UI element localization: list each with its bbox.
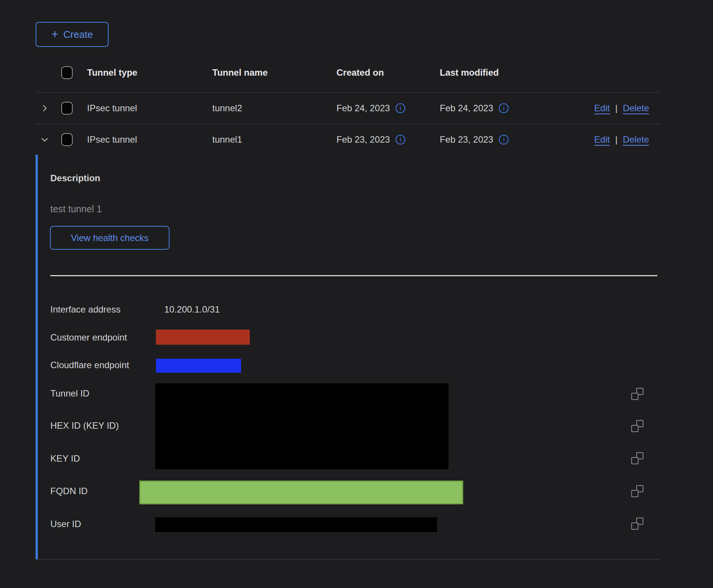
tunnels-page: + Create Tunnel type Tunnel name Created… [0,0,713,588]
cell-tunnel-type: IPsec tunnel [87,134,212,145]
row-checkbox-cell [54,133,87,146]
fqdn-id-redaction [139,481,463,504]
info-icon[interactable]: i [499,103,509,113]
cell-created-on: Feb 24, 2023 i [336,103,440,114]
row-checkbox[interactable] [61,133,73,146]
plus-icon: + [51,28,59,40]
expand-cell [36,104,54,113]
last-modified-date: Feb 24, 2023 [440,103,493,114]
col-header-last-modified: Last modified [440,67,584,78]
cloudflare-endpoint-redaction [156,359,241,373]
cell-tunnel-type: IPsec tunnel [87,103,212,114]
header-checkbox-cell [54,66,87,79]
copy-icon [631,457,638,464]
create-button-label: Create [63,29,93,40]
cell-actions: Edit | Delete [584,103,660,114]
fqdn-id-label: FQDN ID [50,485,88,497]
cell-actions: Edit | Delete [584,134,660,145]
col-header-tunnel-name: Tunnel name [212,67,336,78]
copy-icon [631,490,638,497]
table-row-tunnel1: IPsec tunnel tunnel1 Feb 23, 2023 i Feb … [36,124,660,155]
cell-tunnel-name: tunnel1 [212,134,336,145]
copy-icon [631,425,638,432]
cell-created-on: Feb 23, 2023 i [336,134,440,145]
row-checkbox[interactable] [61,102,73,115]
info-icon[interactable]: i [395,135,405,145]
hex-id-label: HEX ID (KEY ID) [50,420,119,431]
cloudflare-endpoint-label: Cloudflare endpoint [50,359,129,371]
action-separator: | [615,134,617,145]
action-separator: | [615,103,617,114]
copy-icon [631,523,638,530]
copy-tunnel-id-button[interactable] [631,388,643,400]
key-id-label: KEY ID [50,453,80,464]
select-all-checkbox[interactable] [61,66,73,79]
edit-link[interactable]: Edit [594,134,610,145]
copy-hex-id-button[interactable] [631,420,643,432]
chevron-right-icon [40,104,49,113]
delete-link[interactable]: Delete [623,103,649,114]
interface-address-label: Interface address [50,304,120,315]
expand-cell [36,135,54,144]
copy-fqdn-id-button[interactable] [631,485,643,497]
expand-row-button[interactable] [40,104,49,113]
ids-redaction-block [155,383,448,469]
created-on-date: Feb 24, 2023 [336,103,390,114]
cell-tunnel-name: tunnel2 [212,103,336,114]
created-on-date: Feb 23, 2023 [336,134,390,145]
col-header-created-on: Created on [336,67,440,78]
collapse-row-button[interactable] [40,135,49,144]
copy-user-id-button[interactable] [631,518,643,530]
description-label: Description [50,173,100,184]
expanded-row-indicator [36,155,38,559]
create-button[interactable]: + Create [36,22,109,47]
chevron-down-icon [40,135,49,144]
interface-address-value: 10.200.1.0/31 [164,304,220,315]
last-modified-date: Feb 23, 2023 [440,134,493,145]
edit-link[interactable]: Edit [594,103,610,114]
view-health-checks-button[interactable]: View health checks [50,226,170,250]
customer-endpoint-label: Customer endpoint [50,332,127,343]
col-header-tunnel-type: Tunnel type [87,67,212,78]
tunnel1-expanded-panel: Description test tunnel 1 View health ch… [36,155,660,560]
customer-endpoint-redaction [156,330,250,345]
table-header-row: Tunnel type Tunnel name Created on Last … [36,53,660,93]
row-checkbox-cell [54,102,87,115]
info-icon[interactable]: i [395,103,405,113]
cell-last-modified: Feb 24, 2023 i [440,103,584,114]
user-id-label: User ID [50,518,81,530]
delete-link[interactable]: Delete [623,134,649,145]
user-id-redaction [155,517,437,532]
copy-key-id-button[interactable] [631,452,643,464]
description-value: test tunnel 1 [50,204,102,215]
tunnels-table: Tunnel type Tunnel name Created on Last … [36,53,660,155]
table-row-tunnel2: IPsec tunnel tunnel2 Feb 24, 2023 i Feb … [36,93,660,124]
section-divider [50,275,657,276]
tunnel-id-label: Tunnel ID [50,388,89,399]
info-icon[interactable]: i [499,135,509,145]
copy-icon [631,393,638,400]
cell-last-modified: Feb 23, 2023 i [440,134,584,145]
